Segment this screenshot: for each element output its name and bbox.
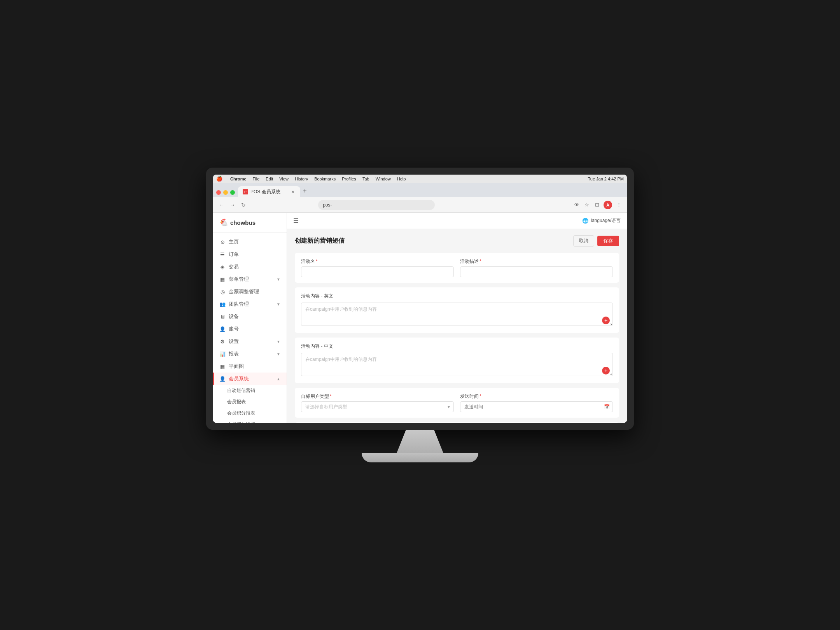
send-time-label: 发送时间*	[460, 393, 613, 400]
menu-arrow-icon: ▼	[276, 277, 280, 282]
reload-button[interactable]: ↻	[240, 201, 247, 209]
form-section-target: 自标用户类型* 请选择自标用户类型 ▼	[295, 388, 619, 418]
target-user-select[interactable]: 请选择自标用户类型	[301, 401, 454, 412]
activity-desc-label: 活动描述*	[460, 258, 613, 265]
sidebar-item-account[interactable]: 👤 账号	[213, 323, 287, 335]
logo: 🐔 chowbus	[213, 213, 287, 233]
sidebar-item-home[interactable]: ⊙ 主页	[213, 236, 287, 248]
sidebar-subitem-member-reports[interactable]: 会员报表	[213, 396, 287, 408]
tab-title: POS-会员系统	[250, 189, 280, 195]
form-group-target: 自标用户类型* 请选择自标用户类型 ▼	[301, 393, 454, 412]
activity-name-label: 活动名*	[301, 258, 454, 265]
logo-text: chowbus	[230, 219, 256, 226]
content-cn-add-button[interactable]: +	[602, 367, 610, 374]
form-row-target-time: 自标用户类型* 请选择自标用户类型 ▼	[301, 393, 613, 412]
monitor-screen: 🍎 Chrome File Edit View History Bookmark…	[206, 168, 634, 430]
form-section-content-cn: 活动内容 - 中文 +	[295, 338, 619, 383]
form-group-desc: 活动描述*	[460, 258, 613, 277]
transactions-icon: ◈	[219, 264, 226, 270]
adjustments-icon: ◎	[219, 289, 226, 295]
account-icon: 👤	[219, 326, 226, 332]
bookmark-icon[interactable]: ☆	[583, 201, 590, 208]
back-button[interactable]: ←	[218, 201, 226, 209]
new-tab-button[interactable]: +	[300, 186, 310, 196]
content-en-label: 活动内容 - 英文	[301, 293, 613, 299]
target-user-label: 自标用户类型*	[301, 393, 454, 400]
menu-file[interactable]: File	[253, 177, 260, 181]
form-group-send-time: 发送时间* 📅	[460, 393, 613, 412]
send-time-wrapper: 📅	[460, 401, 613, 412]
sidebar-item-team[interactable]: 👥 团队管理 ▼	[213, 298, 287, 310]
sidebar-item-floorplan[interactable]: ▦ 平面图	[213, 360, 287, 373]
forward-button[interactable]: →	[229, 201, 236, 209]
more-options-icon[interactable]: ⋮	[615, 201, 622, 208]
sidebar-item-orders[interactable]: ☰ 订单	[213, 248, 287, 261]
extensions-icon[interactable]: ⊡	[593, 201, 600, 208]
content-en-add-button[interactable]: +	[602, 317, 610, 324]
sidebar-nav: ⊙ 主页 ☰ 订单 ◈ 交易 ▦ 菜单管理	[213, 233, 287, 423]
sidebar-item-transactions-label: 交易	[229, 263, 239, 270]
menu-chrome[interactable]: Chrome	[230, 177, 247, 181]
orders-icon: ☰	[219, 252, 226, 257]
menu-profiles[interactable]: Profiles	[342, 177, 356, 181]
menu-history[interactable]: History	[295, 177, 308, 181]
sidebar: 🐔 chowbus ⊙ 主页 ☰ 订单 ◈	[213, 213, 287, 423]
status-section: 活动状态	[295, 422, 619, 423]
save-button[interactable]: 保存	[597, 236, 619, 246]
fullscreen-button[interactable]	[230, 190, 235, 195]
sidebar-item-transactions[interactable]: ◈ 交易	[213, 261, 287, 273]
sidebar-subitem-auto-sms[interactable]: 自动短信营销	[213, 385, 287, 396]
content-cn-wrapper: +	[301, 353, 613, 378]
form-row-name-desc: 活动名* 活动描述*	[301, 258, 613, 277]
sidebar-item-account-label: 账号	[229, 326, 239, 332]
sidebar-item-menu-label: 菜单管理	[229, 276, 249, 283]
content-cn-textarea[interactable]	[301, 353, 613, 376]
active-tab[interactable]: P POS-会员系统 ✕	[238, 186, 300, 197]
activity-name-input[interactable]	[301, 266, 454, 277]
sidebar-item-settings[interactable]: ⚙ 设置 ▼	[213, 335, 287, 348]
address-input[interactable]	[318, 200, 435, 210]
team-icon: 👥	[219, 301, 226, 307]
sidebar-item-reports[interactable]: 📊 报表 ▼	[213, 348, 287, 360]
content-en-textarea[interactable]	[301, 303, 613, 326]
sidebar-item-menu[interactable]: ▦ 菜单管理 ▼	[213, 273, 287, 285]
content-cn-label: 活动内容 - 中文	[301, 343, 613, 350]
language-selector[interactable]: 🌐 language/语言	[582, 217, 621, 224]
address-bar: ← → ↻ 👁 ☆ ⊡ A ⋮	[213, 197, 627, 213]
home-icon: ⊙	[219, 239, 226, 245]
apple-logo-icon[interactable]: 🍎	[216, 176, 222, 182]
menu-help[interactable]: Help	[397, 177, 406, 181]
minimize-button[interactable]	[223, 190, 228, 195]
system-clock: Tue Jan 2 4:42 PM	[588, 177, 624, 181]
send-time-input[interactable]	[460, 401, 613, 412]
globe-icon: 🌐	[582, 218, 588, 224]
sidebar-subitem-points-settings[interactable]: 会员积分设置	[213, 419, 287, 423]
sidebar-item-settings-label: 设置	[229, 338, 239, 345]
sidebar-subitem-points-reports[interactable]: 会员积分报表	[213, 408, 287, 419]
user-avatar[interactable]: A	[604, 201, 612, 209]
sidebar-item-team-label: 团队管理	[229, 301, 249, 308]
activity-desc-input[interactable]	[460, 266, 613, 277]
cancel-button[interactable]: 取消	[573, 235, 594, 247]
sidebar-item-adjustments[interactable]: ◎ 金额调整管理	[213, 285, 287, 298]
tab-close-button[interactable]: ✕	[290, 189, 296, 194]
stand-base	[362, 453, 478, 462]
sidebar-item-adjustments-label: 金额调整管理	[229, 288, 259, 295]
macos-menubar: 🍎 Chrome File Edit View History Bookmark…	[213, 175, 627, 183]
settings-icon: ⚙	[219, 339, 226, 345]
menu-edit[interactable]: Edit	[266, 177, 273, 181]
profile-icon[interactable]: 👁	[573, 201, 580, 208]
menu-window[interactable]: Window	[376, 177, 391, 181]
sidebar-item-membership[interactable]: 👤 会员系统 ▲	[213, 373, 287, 385]
close-button[interactable]	[216, 190, 221, 195]
menu-bookmarks[interactable]: Bookmarks	[314, 177, 336, 181]
address-bar-right: 👁 ☆ ⊡ A ⋮	[573, 201, 622, 209]
target-user-select-wrapper: 请选择自标用户类型 ▼	[301, 401, 454, 412]
menu-tab[interactable]: Tab	[362, 177, 369, 181]
menu-toggle-icon[interactable]: ☰	[293, 217, 299, 224]
sidebar-item-device[interactable]: 🖥 设备	[213, 310, 287, 323]
sidebar-item-reports-label: 报表	[229, 350, 239, 357]
form-section-content-en: 活动内容 - 英文 +	[295, 287, 619, 333]
menu-view[interactable]: View	[279, 177, 289, 181]
sidebar-subitem-member-reports-label: 会员报表	[227, 399, 246, 405]
